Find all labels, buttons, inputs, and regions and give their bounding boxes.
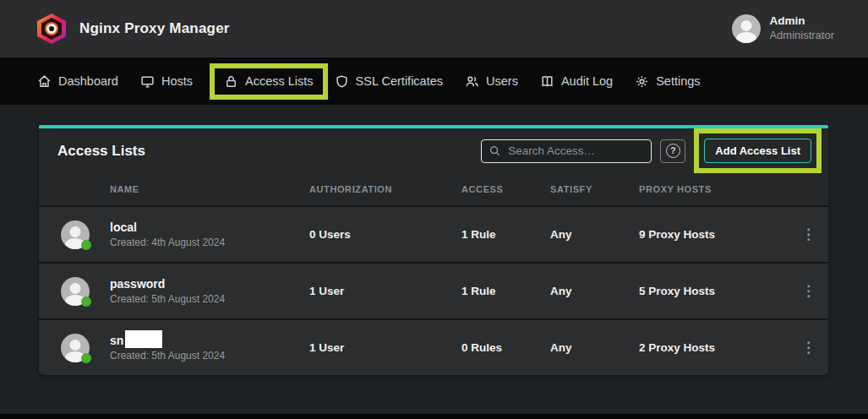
access-list-name: password xyxy=(110,275,309,292)
authorization-value: 0 Users xyxy=(309,228,461,241)
home-icon xyxy=(37,74,52,89)
column-header-satisfy: SATISFY xyxy=(550,184,639,194)
proxy-hosts-value: 5 Proxy Hosts xyxy=(639,285,801,297)
redaction-box xyxy=(125,330,162,348)
column-header-access: ACCESS xyxy=(461,184,550,194)
nav-label: Hosts xyxy=(161,74,193,88)
avatar xyxy=(61,277,90,306)
nav-item-hosts[interactable]: Hosts xyxy=(140,74,193,89)
table-header-row: NAME AUTHORIZATION ACCESS SATISFY PROXY … xyxy=(39,173,828,205)
nav-item-ssl-certificates[interactable]: SSL Certificates xyxy=(335,74,443,89)
user-role: Administrator xyxy=(769,29,834,42)
gear-icon xyxy=(635,74,649,89)
satisfy-value: Any xyxy=(550,341,639,354)
highlight-box-access-lists: Access Lists xyxy=(210,63,328,100)
avatar xyxy=(61,220,90,249)
npm-hexagon-logo xyxy=(37,14,66,44)
nav-label: Audit Log xyxy=(561,74,613,88)
user-menu[interactable]: Admin Administrator xyxy=(732,14,834,43)
nav-item-users[interactable]: Users xyxy=(465,74,518,89)
column-header-proxy-hosts: PROXY HOSTS xyxy=(639,184,801,194)
created-date: Created: 5th August 2024 xyxy=(110,292,309,307)
access-value: 1 Rule xyxy=(461,285,550,297)
avatar xyxy=(61,334,90,362)
app-title: Nginx Proxy Manager xyxy=(79,20,230,37)
access-value: 0 Rules xyxy=(461,341,550,354)
created-date: Created: 5th August 2024 xyxy=(110,349,309,363)
satisfy-value: Any xyxy=(550,285,639,297)
row-menu-kebab-icon[interactable]: ⋮ xyxy=(801,340,811,355)
online-status-dot xyxy=(81,297,91,307)
nav-item-dashboard[interactable]: Dashboard xyxy=(37,74,118,89)
search-icon xyxy=(489,144,501,157)
monitor-icon xyxy=(140,74,155,89)
access-value: 1 Rule xyxy=(461,228,550,241)
screen: Nginx Proxy Manager Admin Administrator … xyxy=(0,0,868,419)
nav-label: Dashboard xyxy=(58,74,118,88)
online-status-dot xyxy=(81,353,91,363)
search-box xyxy=(481,139,652,163)
main-nav: Dashboard Hosts Access Lists SSL Certifi… xyxy=(0,57,868,105)
online-status-dot xyxy=(81,240,91,250)
access-list-name: local xyxy=(110,219,309,236)
table-row: local Created: 4th August 2024 0 Users 1… xyxy=(39,205,828,262)
nav-label: Access Lists xyxy=(245,74,314,88)
book-icon xyxy=(540,74,554,89)
nav-item-audit-log[interactable]: Audit Log xyxy=(540,74,613,89)
question-circle-icon: ? xyxy=(666,144,680,158)
proxy-hosts-value: 9 Proxy Hosts xyxy=(639,228,801,241)
search-input[interactable] xyxy=(508,144,644,157)
page-title: Access Lists xyxy=(57,143,145,160)
page-content: Access Lists ? Add Access List NAM xyxy=(0,105,868,414)
bottom-strip xyxy=(0,414,868,419)
access-list-name: sn xyxy=(110,332,123,349)
lock-icon xyxy=(224,74,238,89)
nav-item-access-lists[interactable]: Access Lists xyxy=(224,74,314,89)
card-header: Access Lists ? Add Access List xyxy=(39,128,828,173)
authorization-value: 1 User xyxy=(309,341,461,354)
nav-label: SSL Certificates xyxy=(356,74,443,88)
created-date: Created: 4th August 2024 xyxy=(110,236,309,250)
satisfy-value: Any xyxy=(550,228,639,241)
table-row: sn Created: 5th August 2024 1 User 0 Rul… xyxy=(39,318,828,375)
highlight-box-add-access-list: Add Access List xyxy=(694,128,822,173)
row-menu-kebab-icon[interactable]: ⋮ xyxy=(801,284,811,298)
users-icon xyxy=(465,74,479,89)
app-header: Nginx Proxy Manager Admin Administrator xyxy=(0,0,868,57)
user-name: Admin xyxy=(769,14,834,29)
help-button[interactable]: ? xyxy=(660,139,685,163)
shield-icon xyxy=(335,74,349,89)
nav-label: Users xyxy=(486,74,518,88)
table-row: password Created: 5th August 2024 1 User… xyxy=(39,262,828,318)
column-header-name: NAME xyxy=(110,184,309,194)
proxy-hosts-value: 2 Proxy Hosts xyxy=(639,341,801,354)
authorization-value: 1 User xyxy=(309,285,461,297)
column-header-authorization: AUTHORIZATION xyxy=(309,184,461,194)
user-avatar person-icon xyxy=(732,14,761,43)
add-access-list-button[interactable]: Add Access List xyxy=(704,139,811,163)
nav-label: Settings xyxy=(656,74,700,88)
row-menu-kebab-icon[interactable]: ⋮ xyxy=(801,227,811,242)
access-lists-card: Access Lists ? Add Access List NAM xyxy=(39,125,828,375)
nav-item-settings[interactable]: Settings xyxy=(635,74,700,89)
